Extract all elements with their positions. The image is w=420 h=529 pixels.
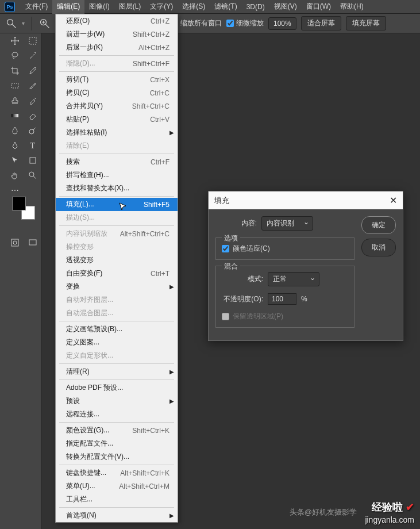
foreground-color[interactable] <box>12 197 26 210</box>
close-icon[interactable]: ✕ <box>390 195 397 206</box>
menu-shortcut: Shift+Ctrl+F <box>133 60 169 68</box>
menu-select[interactable]: 选择(S) <box>178 0 210 14</box>
zoom-value[interactable]: 100% <box>268 17 296 30</box>
history-brush-tool-icon[interactable] <box>24 93 41 108</box>
menu-item-28[interactable]: 定义画笔预设(B)... <box>56 323 178 336</box>
menu-file[interactable]: 文件(F) <box>21 0 52 14</box>
menu-item-6[interactable]: 剪切(T)Ctrl+X <box>56 73 178 86</box>
blur-tool-icon[interactable] <box>6 123 24 138</box>
menu-item-1[interactable]: 前进一步(W)Shift+Ctrl+Z <box>56 28 178 41</box>
menu-item-10[interactable]: 选择性粘贴(I)▶ <box>56 126 178 139</box>
magic-wand-tool-icon[interactable] <box>24 48 41 63</box>
fit-screen-button[interactable]: 适合屏幕 <box>301 16 341 30</box>
crop-tool-icon[interactable] <box>6 63 24 78</box>
content-select[interactable]: 内容识别 <box>261 216 313 231</box>
zoom-in-icon[interactable] <box>39 18 51 29</box>
opacity-input[interactable] <box>268 293 296 305</box>
color-adapt-checkbox[interactable]: 颜色适应(C) <box>222 244 348 254</box>
brush-tool-icon[interactable] <box>24 78 41 93</box>
menubar: Ps 文件(F) 编辑(E) 图像(I) 图层(L) 文字(Y) 选择(S) 滤… <box>0 0 420 14</box>
menu-shortcut: Alt+Shift+Ctrl+C <box>120 230 169 238</box>
menu-item-36[interactable]: 远程连接... <box>56 408 178 421</box>
frame-tool-icon[interactable] <box>6 78 24 93</box>
menu-item-7[interactable]: 拷贝(C)Ctrl+C <box>56 86 178 99</box>
menu-item-35[interactable]: 预设▶ <box>56 394 178 408</box>
menu-item-label: 颜色设置(G)... <box>66 425 109 435</box>
fill-screen-button[interactable]: 填充屏幕 <box>346 16 386 30</box>
screen-mode-icon[interactable] <box>27 237 38 248</box>
menu-filter[interactable]: 滤镜(T) <box>210 0 241 14</box>
zoom-tool-preset-icon[interactable] <box>6 18 17 29</box>
eyedropper-tool-icon[interactable] <box>24 63 41 78</box>
menu-item-46[interactable]: 首选项(N)▶ <box>56 509 178 522</box>
menu-item-9[interactable]: 粘贴(P)Ctrl+V <box>56 113 178 126</box>
menu-layer[interactable]: 图层(L) <box>114 0 146 14</box>
zoom-tool-icon[interactable] <box>24 168 41 183</box>
mode-select[interactable]: 正常 <box>268 272 319 286</box>
submenu-arrow-icon: ▶ <box>169 398 174 404</box>
menu-shortcut: Ctrl+C <box>150 89 169 97</box>
ok-button[interactable]: 确定 <box>361 216 396 234</box>
menu-item-23[interactable]: 自由变换(F)Ctrl+T <box>56 267 178 280</box>
menu-image[interactable]: 图像(I) <box>84 0 114 14</box>
fine-zoom-checkbox[interactable]: 细微缩放 <box>226 18 264 28</box>
cancel-button[interactable]: 取消 <box>361 239 396 256</box>
menu-item-29[interactable]: 定义图案... <box>56 336 178 349</box>
menu-item-44[interactable]: 工具栏... <box>56 493 178 506</box>
menu-help[interactable]: 帮助(H) <box>336 0 368 14</box>
menu-separator <box>59 363 174 364</box>
menu-item-0[interactable]: 还原(O)Ctrl+Z <box>56 14 178 28</box>
opacity-label: 不透明度(O): <box>222 294 263 304</box>
menu-shortcut: Ctrl+X <box>150 76 169 84</box>
marquee-tool-icon[interactable] <box>24 33 41 48</box>
menu-item-24[interactable]: 变换▶ <box>56 280 178 293</box>
menu-3d[interactable]: 3D(D) <box>242 1 269 13</box>
menu-item-label: 自动混合图层... <box>66 308 113 318</box>
menu-item-13[interactable]: 搜索Ctrl+F <box>56 155 178 168</box>
pen-tool-icon[interactable] <box>6 138 24 153</box>
menu-shortcut: Ctrl+T <box>151 270 169 278</box>
menu-item-8[interactable]: 合并拷贝(Y)Shift+Ctrl+C <box>56 99 178 113</box>
menu-item-label: 拷贝(C) <box>66 88 90 98</box>
dropdown-icon[interactable]: ▾ <box>22 20 25 26</box>
menu-item-42[interactable]: 键盘快捷键...Alt+Shift+Ctrl+K <box>56 466 178 480</box>
menu-item-label: 渐隐(D)... <box>66 59 95 68</box>
menu-item-43[interactable]: 菜单(U)...Alt+Shift+Ctrl+M <box>56 480 178 493</box>
menu-item-label: 键盘快捷键... <box>66 468 106 478</box>
menu-item-38[interactable]: 颜色设置(G)...Shift+Ctrl+K <box>56 424 178 437</box>
menu-item-40[interactable]: 转换为配置文件(V)... <box>56 450 178 463</box>
menu-view[interactable]: 视图(V) <box>269 0 302 14</box>
hand-tool-icon[interactable] <box>6 168 24 183</box>
dodge-tool-icon[interactable] <box>24 123 41 138</box>
menu-item-30: 定义自定形状... <box>56 349 178 362</box>
gradient-tool-icon[interactable] <box>6 108 24 123</box>
svg-line-1 <box>12 24 16 28</box>
menu-item-22[interactable]: 透视变形 <box>56 254 178 267</box>
menu-separator <box>59 196 174 197</box>
dialog-title: 填充 <box>214 195 229 206</box>
menu-item-15[interactable]: 查找和替换文本(X)... <box>56 182 178 195</box>
quick-mask-icon[interactable] <box>9 237 21 248</box>
watermark-sub: jingyanla.com <box>365 515 414 524</box>
stamp-tool-icon[interactable] <box>6 93 24 108</box>
menu-item-2[interactable]: 后退一步(K)Alt+Ctrl+Z <box>56 41 178 54</box>
menu-item-34[interactable]: Adobe PDF 预设... <box>56 381 178 394</box>
menu-item-32[interactable]: 清理(R)▶ <box>56 365 178 378</box>
svg-rect-8 <box>11 83 18 88</box>
color-swatches[interactable] <box>12 197 35 220</box>
path-select-tool-icon[interactable] <box>6 153 24 168</box>
menu-item-17[interactable]: 填充(L)...Shift+F5 <box>56 198 178 211</box>
menu-edit[interactable]: 编辑(E) <box>52 0 84 14</box>
move-tool-icon[interactable] <box>6 33 24 48</box>
lasso-tool-icon[interactable] <box>6 48 24 63</box>
shape-tool-icon[interactable] <box>24 153 41 168</box>
menu-item-label: 内容识别缩放 <box>66 229 107 239</box>
eraser-tool-icon[interactable] <box>24 108 41 123</box>
menu-text[interactable]: 文字(Y) <box>145 0 178 14</box>
text-tool-icon[interactable]: T <box>24 138 41 153</box>
menu-item-14[interactable]: 拼写检查(H)... <box>56 168 178 182</box>
menu-window[interactable]: 窗口(W) <box>302 0 336 14</box>
menu-item-label: 自由变换(F) <box>66 269 102 278</box>
menu-item-39[interactable]: 指定配置文件... <box>56 437 178 450</box>
menu-shortcut: Ctrl+Z <box>151 17 169 25</box>
